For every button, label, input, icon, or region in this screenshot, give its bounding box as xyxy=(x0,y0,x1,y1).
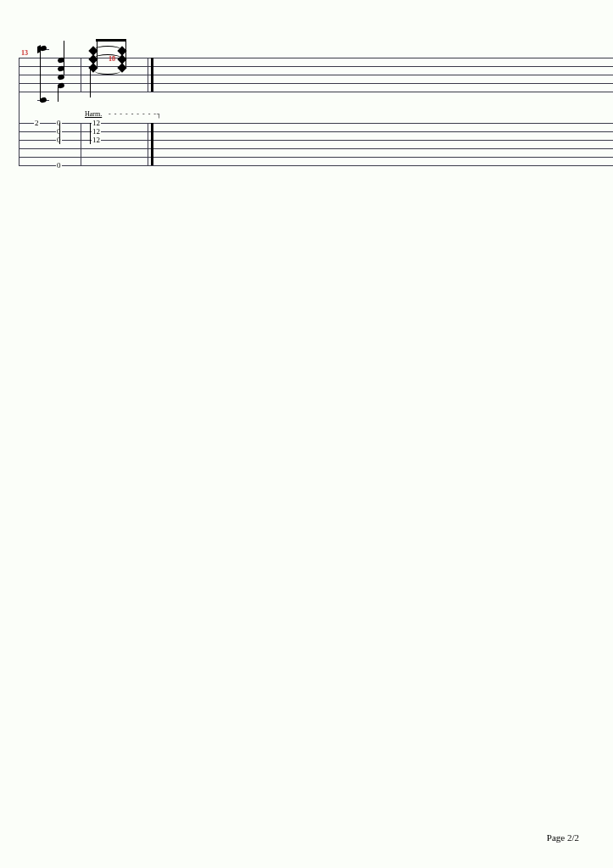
tab-fret: 12 xyxy=(92,120,101,127)
final-barline-thin-tab xyxy=(148,123,148,165)
note-stem xyxy=(97,41,98,66)
measure-number-13: 13 xyxy=(21,49,28,57)
tie xyxy=(95,54,120,61)
beam xyxy=(96,39,126,42)
barline xyxy=(81,58,81,92)
tab-fret: 2 xyxy=(34,120,40,127)
note-stem xyxy=(90,68,91,97)
harmonic-label: Harm. xyxy=(85,110,102,118)
note-stem xyxy=(125,41,126,66)
tab-stem xyxy=(90,123,91,144)
notehead xyxy=(39,97,47,103)
tab-fret: 12 xyxy=(92,136,101,144)
tab-fret: 12 xyxy=(92,128,101,136)
tab-stem xyxy=(59,123,60,144)
tab-staff xyxy=(19,123,613,165)
final-barline-thin xyxy=(148,58,148,92)
page-footer: Page 2/2 xyxy=(547,832,579,843)
note-stem xyxy=(40,51,41,102)
harmonic-dashes: - - - - - - - - -┐ xyxy=(109,110,163,118)
sheet-music-page: 13 18 Harm. - - - xyxy=(0,0,613,868)
tie xyxy=(95,68,120,75)
final-barline-thick xyxy=(151,58,153,92)
note-stem xyxy=(58,85,59,102)
notation-staff xyxy=(19,58,613,92)
final-barline-thick-tab xyxy=(151,123,153,165)
tab-fret: 0 xyxy=(56,162,62,170)
tie xyxy=(95,46,120,53)
